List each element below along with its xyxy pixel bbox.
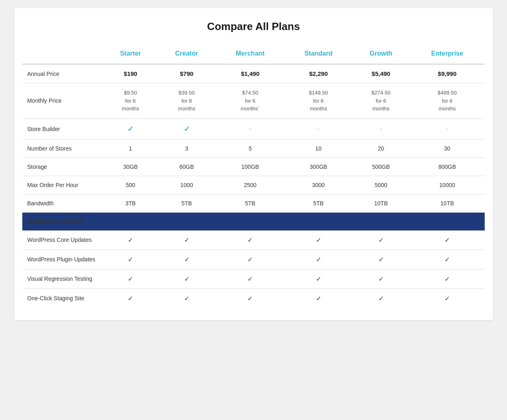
row-cell: $5,490	[352, 64, 410, 83]
header-standard: Standard	[285, 44, 352, 64]
row-cell: ✓	[103, 230, 157, 250]
annual-price: $790	[180, 70, 193, 77]
row-cell: ✓	[103, 269, 157, 289]
row-cell: 10000	[410, 176, 485, 194]
row-cell: ✓	[157, 118, 215, 139]
monthly-price: $74.50for 6months`	[241, 90, 260, 112]
row-label: Max Order Per Hour	[22, 176, 103, 194]
checkmark-dark: ✓	[128, 237, 133, 243]
row-cell: -	[410, 118, 485, 139]
checkmark-dark: ✓	[184, 276, 189, 282]
checkmark-dark: ✓	[128, 276, 133, 282]
monthly-price: $9.50for 6months	[122, 90, 139, 112]
row-cell: $9.50for 6months	[103, 83, 157, 119]
table-row: Monthly Price$9.50for 6months$39.50for 6…	[22, 83, 485, 119]
checkmark-dark: ✓	[445, 295, 450, 302]
row-cell: 1000	[157, 176, 215, 194]
row-cell: ✓	[157, 250, 215, 269]
row-cell: ✓	[410, 250, 485, 269]
checkmark-dark: ✓	[378, 276, 384, 282]
checkmark-dark: ✓	[247, 276, 253, 282]
row-label: Annual Price	[22, 64, 103, 83]
row-cell: 5	[216, 139, 285, 157]
row-cell: 3TB	[103, 194, 157, 212]
table-row: Max Order Per Hour5001000250030005000100…	[22, 176, 485, 194]
row-label: WordPress Plugin Updates	[22, 250, 103, 269]
checkmark-dark: ✓	[378, 256, 384, 263]
row-cell: 10	[285, 139, 352, 157]
row-cell: 10TB	[352, 194, 410, 212]
row-cell: ✓	[285, 289, 352, 308]
table-row: Bandwidth3TB5TB5TB5TB10TB10TB	[22, 194, 485, 212]
row-cell: $790	[157, 64, 215, 83]
row-cell: 5TB	[285, 194, 352, 212]
header-growth: Growth	[352, 44, 410, 64]
row-cell: $9,990	[410, 64, 485, 83]
row-cell: 30	[410, 139, 485, 157]
checkmark-dark: ✓	[316, 237, 321, 243]
row-cell: 800GB	[410, 157, 485, 176]
checkmark-dark: ✓	[184, 295, 189, 302]
section-header-label: WordPress Features	[22, 212, 485, 230]
dash-indicator: -	[446, 125, 448, 132]
row-cell: ✓	[410, 269, 485, 289]
row-cell: $190	[103, 64, 157, 83]
checkmark-dark: ✓	[184, 237, 189, 243]
header-label-col	[22, 44, 103, 64]
annual-price: $2,290	[309, 70, 328, 77]
row-cell: ✓	[352, 250, 410, 269]
dash-indicator: -	[249, 125, 251, 132]
row-cell: ✓	[410, 230, 485, 250]
checkmark-dark: ✓	[316, 276, 321, 282]
checkmark-teal: ✓	[127, 125, 133, 133]
row-cell: 3000	[285, 176, 352, 194]
row-cell: 300GB	[285, 157, 352, 176]
row-cell: 5000	[352, 176, 410, 194]
row-cell: ✓	[157, 230, 215, 250]
checkmark-dark: ✓	[378, 295, 384, 302]
annual-price: $9,990	[438, 70, 457, 77]
row-cell: ✓	[103, 118, 157, 139]
monthly-price: $499.50for 6months	[438, 90, 457, 112]
row-cell: $2,290	[285, 64, 352, 83]
row-cell: ✓	[216, 250, 285, 269]
page-title: Compare All Plans	[22, 20, 485, 33]
row-cell: $149.50for 6months	[285, 83, 352, 119]
table-row: Store Builder✓✓----	[22, 118, 485, 139]
row-cell: ✓	[352, 269, 410, 289]
row-cell: ✓	[285, 250, 352, 269]
row-cell: ✓	[216, 269, 285, 289]
table-header-row: Starter Creator Merchant Standard Growth…	[22, 44, 485, 64]
row-cell: 500	[103, 176, 157, 194]
row-cell: 5TB	[216, 194, 285, 212]
row-label: Store Builder	[22, 118, 103, 139]
row-cell: $499.50for 6months	[410, 83, 485, 119]
checkmark-dark: ✓	[378, 237, 384, 243]
row-cell: -	[216, 118, 285, 139]
row-cell: 3	[157, 139, 215, 157]
checkmark-dark: ✓	[247, 237, 253, 243]
checkmark-dark: ✓	[316, 256, 321, 263]
row-cell: 100GB	[216, 157, 285, 176]
row-cell: 500GB	[352, 157, 410, 176]
table-row: Number of Stores135102030	[22, 139, 485, 157]
row-cell: ✓	[216, 289, 285, 308]
annual-price: $5,490	[372, 70, 390, 77]
table-row: One-Click Staging Site✓✓✓✓✓✓	[22, 289, 485, 308]
dash-indicator: -	[317, 125, 319, 132]
table-row: Visual Regression Testing✓✓✓✓✓✓	[22, 269, 485, 289]
row-cell: ✓	[157, 289, 215, 308]
row-cell: ✓	[216, 230, 285, 250]
section-header-row: WordPress Features	[22, 212, 485, 230]
row-cell: $274.50for 6months	[352, 83, 410, 119]
row-label: Number of Stores	[22, 139, 103, 157]
header-creator: Creator	[157, 44, 215, 64]
header-starter: Starter	[103, 44, 157, 64]
row-cell: -	[352, 118, 410, 139]
checkmark-teal: ✓	[184, 125, 190, 133]
row-cell: 5TB	[157, 194, 215, 212]
row-cell: 20	[352, 139, 410, 157]
checkmark-dark: ✓	[316, 295, 321, 302]
checkmark-dark: ✓	[184, 256, 189, 263]
row-cell: 1	[103, 139, 157, 157]
